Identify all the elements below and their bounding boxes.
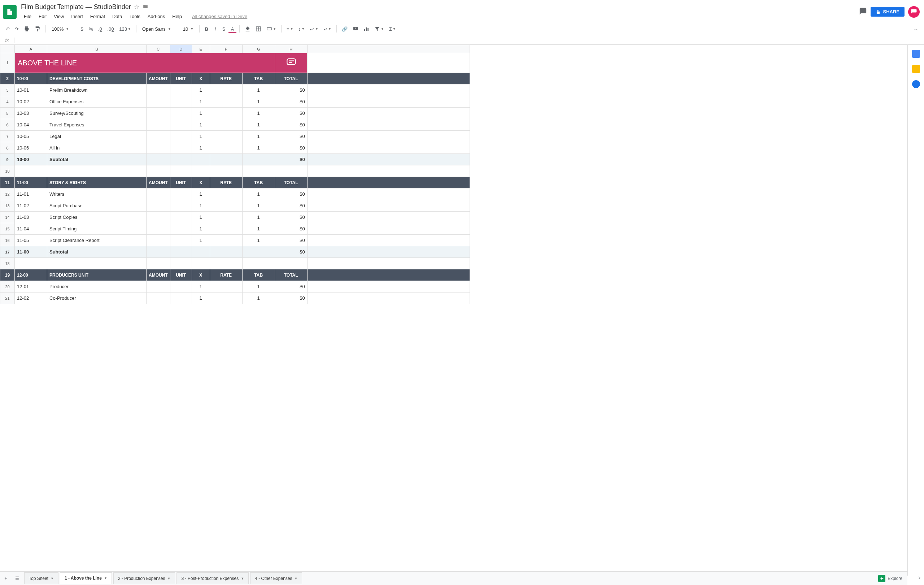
cell[interactable]	[307, 269, 470, 281]
sheet-tab[interactable]: 4 - Other Expenses▼	[250, 572, 302, 576]
cell[interactable]	[210, 154, 242, 165]
row-header[interactable]: 10	[0, 165, 15, 177]
decrease-decimal-icon[interactable]: .0̲	[96, 25, 105, 33]
cell[interactable]	[307, 177, 470, 188]
banner-comment-icon[interactable]	[275, 53, 307, 73]
row-header[interactable]: 19	[0, 269, 15, 281]
cell[interactable]	[307, 84, 470, 96]
cell[interactable]	[147, 154, 170, 165]
keep-icon[interactable]	[912, 65, 920, 73]
sheet-tab[interactable]: 3 - Post-Production Expenses▼	[177, 572, 249, 576]
cell[interactable]: $0	[275, 131, 307, 142]
cell[interactable]: Subtotal	[47, 154, 147, 165]
text-wrap-icon[interactable]: ⮐▼	[307, 25, 320, 33]
cell[interactable]: 12-02	[15, 292, 47, 304]
cell[interactable]	[210, 119, 242, 131]
col-header-H[interactable]: H	[275, 45, 307, 53]
cell[interactable]	[242, 165, 275, 177]
cell[interactable]: $0	[275, 84, 307, 96]
cell[interactable]: X	[191, 73, 210, 84]
cell[interactable]: Writers	[47, 188, 147, 200]
row-header[interactable]: 1	[0, 53, 15, 73]
cell[interactable]	[147, 281, 170, 292]
cell[interactable]	[210, 223, 242, 235]
font-size-select[interactable]: 10▼	[180, 25, 196, 33]
cell[interactable]: $0	[275, 119, 307, 131]
cell[interactable]: AMOUNT	[147, 269, 170, 281]
cell[interactable]: 10-01	[15, 84, 47, 96]
insert-chart-icon[interactable]	[361, 25, 371, 33]
explore-button[interactable]: ✦ Explore	[873, 573, 908, 576]
cell[interactable]: 12-01	[15, 281, 47, 292]
row-header[interactable]: 14	[0, 212, 15, 223]
sheet-tab[interactable]: 2 - Production Expenses▼	[113, 572, 175, 576]
share-button[interactable]: SHARE	[871, 7, 904, 17]
col-header-E[interactable]: E	[191, 45, 210, 53]
cell[interactable]: TOTAL	[275, 269, 307, 281]
cell[interactable]: 1	[242, 119, 275, 131]
cell[interactable]: Survey/Scouting	[47, 107, 147, 119]
cell[interactable]	[147, 200, 170, 212]
cell[interactable]: 1	[191, 188, 210, 200]
text-rotation-icon[interactable]: ⤾▼	[321, 25, 333, 33]
strikethrough-icon[interactable]: S	[220, 25, 228, 33]
cell[interactable]: $0	[275, 281, 307, 292]
col-header-G[interactable]: G	[242, 45, 275, 53]
cell[interactable]: $0	[275, 96, 307, 107]
cell[interactable]	[210, 258, 242, 269]
cell[interactable]	[307, 142, 470, 154]
menu-help[interactable]: Help	[169, 12, 185, 21]
bold-icon[interactable]: B	[203, 25, 210, 33]
cell[interactable]: DEVELOPMENT COSTS	[47, 73, 147, 84]
insert-comment-icon[interactable]: +	[350, 25, 361, 33]
cell[interactable]	[170, 142, 191, 154]
cell[interactable]: STORY & RIGHTS	[47, 177, 147, 188]
print-icon[interactable]	[21, 25, 32, 33]
cell[interactable]	[210, 96, 242, 107]
menu-file[interactable]: File	[21, 12, 34, 21]
sheet-tab[interactable]: 1 - Above the Line▼	[60, 572, 112, 576]
cell[interactable]: 12-00	[15, 269, 47, 281]
cell[interactable]: UNIT	[170, 73, 191, 84]
cell[interactable]	[147, 258, 170, 269]
zoom-select[interactable]: 100%▼	[49, 25, 72, 33]
cell[interactable]	[210, 281, 242, 292]
cell[interactable]: RATE	[210, 73, 242, 84]
redo-icon[interactable]: ↷	[13, 25, 21, 33]
col-header-C[interactable]: C	[147, 45, 170, 53]
cell[interactable]: Travel Expenses	[47, 119, 147, 131]
filter-icon[interactable]: ▼	[372, 25, 386, 33]
cell[interactable]	[307, 281, 470, 292]
comments-icon[interactable]	[859, 7, 867, 16]
cell[interactable]: 1	[191, 96, 210, 107]
cell[interactable]: $0	[275, 142, 307, 154]
text-color-icon[interactable]: A	[228, 25, 236, 33]
cell[interactable]: 11-01	[15, 188, 47, 200]
cell[interactable]: $0	[275, 223, 307, 235]
cell[interactable]	[307, 235, 470, 246]
cell[interactable]	[307, 223, 470, 235]
cell[interactable]	[307, 212, 470, 223]
col-header-D[interactable]: D	[170, 45, 191, 53]
borders-icon[interactable]	[253, 25, 264, 33]
cell[interactable]: UNIT	[170, 269, 191, 281]
cell[interactable]: $0	[275, 107, 307, 119]
h-align-icon[interactable]: ≡▼	[284, 25, 295, 33]
cell[interactable]: 10-02	[15, 96, 47, 107]
cell[interactable]	[307, 53, 470, 73]
collapse-toolbar-icon[interactable]: ︿	[911, 24, 921, 33]
row-header[interactable]: 13	[0, 200, 15, 212]
cell[interactable]: 1	[242, 107, 275, 119]
cell[interactable]	[147, 212, 170, 223]
cell[interactable]	[170, 119, 191, 131]
cell[interactable]: 11-02	[15, 200, 47, 212]
row-header[interactable]: 6	[0, 119, 15, 131]
cell[interactable]: Script Clearance Report	[47, 235, 147, 246]
cell[interactable]: 1	[191, 281, 210, 292]
cell[interactable]	[170, 212, 191, 223]
row-header[interactable]: 16	[0, 235, 15, 246]
spreadsheet-grid[interactable]: ABCDEFGH 1ABOVE THE LINE210-00DEVELOPMEN…	[0, 45, 908, 576]
cell[interactable]: Script Copies	[47, 212, 147, 223]
cell[interactable]	[307, 131, 470, 142]
cell[interactable]: 1	[242, 235, 275, 246]
